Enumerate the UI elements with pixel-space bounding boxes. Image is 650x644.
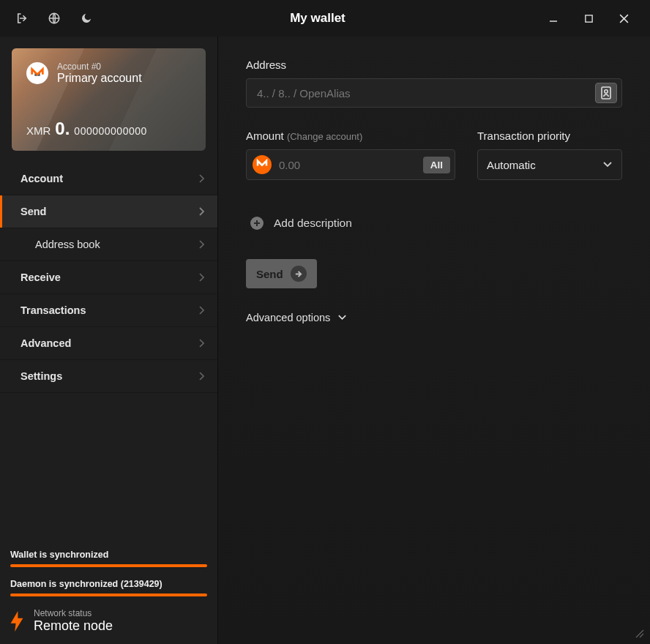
close-button[interactable] [606, 4, 641, 33]
resize-grip-icon[interactable] [634, 628, 644, 638]
address-input-wrap [246, 78, 622, 108]
nav-label: Address book [35, 239, 100, 250]
nav-label: Settings [20, 370, 62, 382]
chevron-right-icon [198, 372, 204, 381]
svg-line-10 [636, 630, 643, 637]
nav-account[interactable]: Account [0, 162, 217, 195]
amount-label: Amount (Change account) [246, 130, 455, 142]
svg-line-11 [640, 634, 643, 637]
sidebar-status: Wallet is synchronized Daemon is synchro… [0, 542, 217, 644]
advanced-options-toggle[interactable]: Advanced options [246, 312, 622, 323]
chevron-down-icon [602, 162, 613, 168]
account-card[interactable]: Account #0 Primary account XMR 0. 000000… [12, 48, 206, 151]
chevron-right-icon [198, 306, 204, 315]
account-number: Account #0 [57, 61, 142, 72]
priority-value: Automatic [487, 159, 602, 171]
amount-all-button[interactable]: All [423, 157, 450, 173]
main-panel: Address Amount (Change account) All [218, 37, 650, 644]
nav-label: Transactions [20, 304, 86, 316]
nav-receive[interactable]: Receive [0, 261, 217, 294]
nav-label: Account [20, 173, 63, 184]
arrow-right-icon [291, 266, 307, 282]
network-status-label: Network status [34, 608, 113, 618]
amount-input[interactable] [279, 159, 423, 171]
add-description-label: Add description [274, 217, 352, 230]
logout-icon[interactable] [9, 5, 35, 31]
nav-advanced[interactable]: Advanced [0, 327, 217, 360]
send-button-label: Send [256, 268, 283, 280]
change-account-link[interactable]: (Change account) [287, 131, 362, 142]
nav-transactions[interactable]: Transactions [0, 294, 217, 327]
svg-point-7 [605, 90, 608, 93]
monero-icon [253, 155, 272, 174]
plus-icon [250, 217, 264, 230]
sidebar: Account #0 Primary account XMR 0. 000000… [0, 37, 218, 644]
chevron-right-icon [198, 240, 204, 249]
address-input[interactable] [257, 87, 595, 100]
balance-whole: 0. [55, 119, 70, 139]
network-status[interactable]: Network status Remote node [10, 608, 207, 634]
nav-address-book[interactable]: Address book [0, 228, 217, 261]
daemon-sync-bar [10, 594, 207, 596]
chevron-down-icon [337, 315, 347, 321]
amount-input-wrap: All [246, 149, 455, 180]
nav-label: Advanced [20, 337, 71, 349]
balance-currency: XMR [26, 124, 51, 137]
window-title: My wallet [100, 11, 536, 26]
nav-settings[interactable]: Settings [0, 360, 217, 393]
svg-rect-2 [585, 15, 591, 21]
address-book-button[interactable] [595, 83, 617, 103]
priority-label: Transaction priority [477, 130, 622, 142]
wallet-sync-label: Wallet is synchronized [10, 550, 207, 560]
chevron-right-icon [198, 339, 204, 348]
balance-fraction: 000000000000 [74, 125, 146, 137]
titlebar: My wallet [0, 0, 650, 37]
priority-select[interactable]: Automatic [477, 149, 622, 180]
chevron-right-icon [198, 207, 204, 216]
nav-send[interactable]: Send [0, 195, 217, 228]
account-name: Primary account [57, 72, 142, 85]
nav-label: Receive [20, 272, 61, 283]
balance: XMR 0. 000000000000 [26, 119, 147, 139]
chevron-right-icon [198, 174, 204, 183]
add-description-button[interactable]: Add description [246, 217, 622, 230]
nav-label: Send [20, 206, 46, 217]
sidebar-nav: Account Send Address book Receive [0, 162, 217, 393]
daemon-sync-label: Daemon is synchronized (2139429) [10, 579, 207, 589]
maximize-button[interactable] [571, 4, 606, 33]
chevron-right-icon [198, 273, 204, 282]
monero-logo-icon [26, 62, 48, 84]
bolt-icon [10, 611, 23, 632]
minimize-button[interactable] [536, 4, 571, 33]
wallet-sync-bar [10, 564, 207, 567]
send-button[interactable]: Send [246, 259, 317, 288]
globe-icon[interactable] [41, 5, 67, 31]
amount-label-text: Amount [246, 130, 284, 142]
address-label: Address [246, 59, 622, 71]
advanced-options-label: Advanced options [246, 312, 330, 323]
network-status-value: Remote node [34, 618, 113, 634]
moon-icon[interactable] [73, 5, 100, 31]
